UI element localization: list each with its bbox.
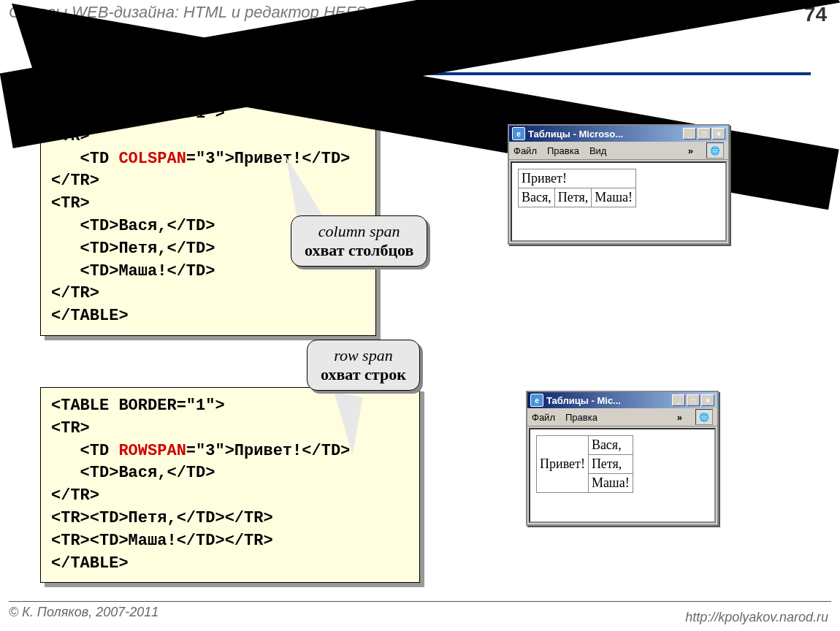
- chevron-icon[interactable]: »: [677, 412, 682, 423]
- preview-window-colspan: e Таблицы - Microso... _ □ × Файл Правка…: [508, 124, 730, 245]
- annotation-rowspan: row span охват строк: [307, 340, 420, 391]
- ie-icon: e: [512, 127, 525, 140]
- chevron-icon[interactable]: »: [688, 145, 693, 156]
- close-icon[interactable]: ×: [701, 394, 714, 406]
- preview-window-rowspan: e Таблицы - Mic... _ □ × Файл Правка » 🌐…: [526, 391, 719, 526]
- throbber-icon: 🌐: [695, 409, 713, 425]
- menu-edit[interactable]: Правка: [565, 412, 597, 423]
- minimize-icon[interactable]: _: [672, 394, 685, 406]
- annotation-colspan: column span охват столбцов: [291, 215, 427, 267]
- maximize-icon[interactable]: □: [698, 128, 711, 139]
- menu-file[interactable]: Файл: [513, 145, 537, 156]
- menu-file[interactable]: Файл: [532, 412, 555, 423]
- code-block-rowspan: <TABLE BORDER="1"> <TR> <TD ROWSPAN="3">…: [40, 387, 420, 583]
- maximize-icon[interactable]: □: [687, 394, 700, 406]
- window-title: Таблицы - Microso...: [528, 129, 623, 139]
- ie-icon: e: [530, 394, 543, 407]
- result-table: Привет!Вася, Петя, Маша!: [536, 435, 633, 493]
- result-table: Привет! Вася, Петя, Маша!: [518, 169, 636, 207]
- throbber-icon: 🌐: [706, 142, 724, 158]
- footer-copyright: © К. Поляков, 2007-2011: [9, 605, 159, 619]
- footer-url: http://kpolyakov.narod.ru: [685, 610, 828, 625]
- window-title: Таблицы - Mic...: [546, 395, 621, 406]
- minimize-icon[interactable]: _: [683, 128, 696, 139]
- menu-view[interactable]: Вид: [589, 145, 607, 156]
- close-icon[interactable]: ×: [712, 128, 725, 139]
- menu-edit[interactable]: Правка: [547, 145, 579, 156]
